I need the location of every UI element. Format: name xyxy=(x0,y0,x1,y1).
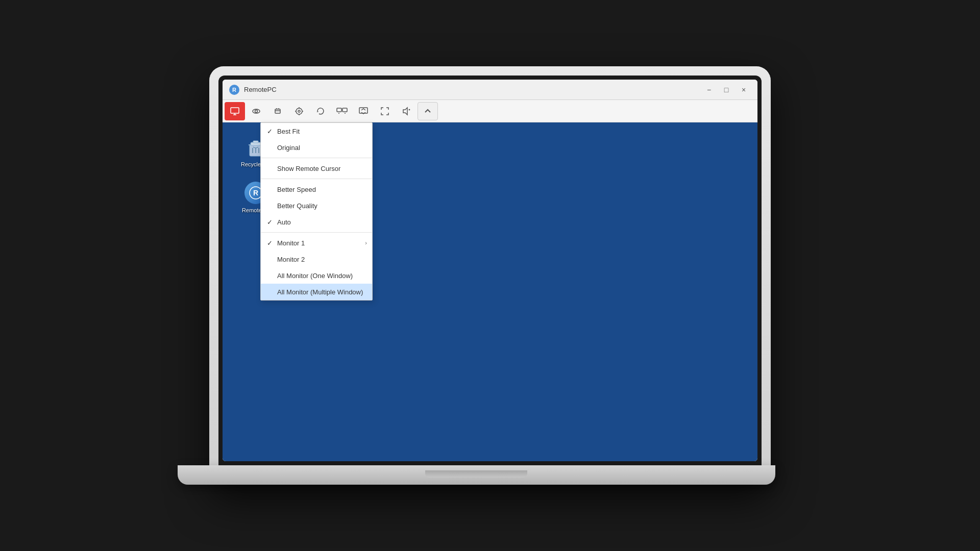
menu-item-best-fit[interactable]: Best Fit xyxy=(261,123,372,139)
toolbar-fullscreen-button[interactable] xyxy=(375,102,395,120)
minimize-button[interactable]: − xyxy=(701,82,717,97)
menu-item-all-monitor-multiple[interactable]: All Monitor (Multiple Window) xyxy=(261,284,372,300)
title-bar: R RemotePC − □ × xyxy=(223,80,757,100)
app-logo: R xyxy=(229,84,240,95)
menu-item-better-speed[interactable]: Better Speed xyxy=(261,181,372,197)
laptop-screen: R RemotePC − □ × xyxy=(223,80,757,461)
svg-rect-18 xyxy=(342,108,347,112)
menu-item-original[interactable]: Original xyxy=(261,139,372,156)
menu-separator-3 xyxy=(261,232,372,233)
svg-rect-2 xyxy=(231,108,239,113)
toolbar-screen-button[interactable] xyxy=(225,102,245,120)
trackpad-notch xyxy=(425,470,527,478)
submenu-arrow-icon: › xyxy=(365,240,367,246)
toolbar: Best Fit Original Show Remote Cursor xyxy=(223,100,757,122)
screen-bezel: R RemotePC − □ × xyxy=(218,76,762,465)
toolbar-remote-input-button[interactable] xyxy=(289,102,309,120)
menu-item-better-quality[interactable]: Better Quality xyxy=(261,197,372,214)
svg-point-11 xyxy=(296,108,302,114)
svg-text:R: R xyxy=(232,87,236,93)
menu-separator-2 xyxy=(261,179,372,179)
title-bar-controls: − □ × xyxy=(701,82,751,97)
remotepc-window: R RemotePC − □ × xyxy=(223,80,757,461)
laptop-shell: R RemotePC − □ × xyxy=(209,66,771,485)
svg-point-6 xyxy=(255,110,258,112)
menu-item-all-monitor-one[interactable]: All Monitor (One Window) xyxy=(261,267,372,284)
toolbar-expand-button[interactable] xyxy=(418,102,438,120)
svg-rect-17 xyxy=(337,108,341,112)
window-title: RemotePC xyxy=(244,86,701,93)
menu-item-monitor-2[interactable]: Monitor 2 xyxy=(261,251,372,267)
laptop-base xyxy=(178,465,775,485)
svg-text:R: R xyxy=(253,189,258,197)
toolbar-view-button[interactable] xyxy=(246,102,266,120)
toolbar-switch-screen-button[interactable] xyxy=(353,102,374,120)
toolbar-mute-button[interactable] xyxy=(396,102,416,120)
svg-marker-22 xyxy=(403,108,407,115)
menu-item-auto[interactable]: Auto xyxy=(261,214,372,230)
maximize-button[interactable]: □ xyxy=(719,82,734,97)
menu-item-monitor-1[interactable]: Monitor 1 › xyxy=(261,235,372,251)
toolbar-refresh-button[interactable] xyxy=(310,102,331,120)
toolbar-tools-button[interactable] xyxy=(267,102,288,120)
view-dropdown-menu: Best Fit Original Show Remote Cursor xyxy=(260,122,373,300)
close-button[interactable]: × xyxy=(736,82,751,97)
svg-rect-7 xyxy=(275,109,280,113)
svg-point-12 xyxy=(298,110,300,112)
svg-rect-27 xyxy=(253,141,258,143)
toolbar-multimonitor-button[interactable] xyxy=(332,102,352,120)
menu-item-show-remote-cursor[interactable]: Show Remote Cursor xyxy=(261,160,372,177)
menu-separator-1 xyxy=(261,158,372,158)
